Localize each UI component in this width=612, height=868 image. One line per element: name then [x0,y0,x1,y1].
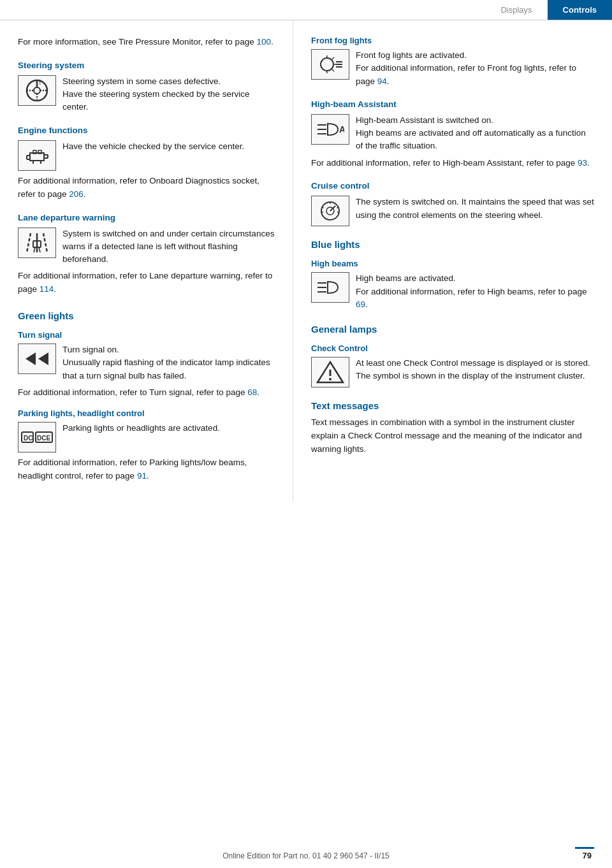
engine-functions-row: Have the vehicle checked by the service … [18,140,275,171]
parking-suffix: . [147,471,149,481]
lane-suffix: . [54,284,56,294]
high-beam-assistant-title: High-beam Assistant [311,99,594,109]
parking-lights-row: DC DCE Parking lights or headlights are … [18,422,275,452]
hba-suffix: . [587,158,590,168]
high-beams-row: High beams are activated. For additional… [311,272,594,311]
steering-system-row: ! Steering system in some cases defectiv… [18,75,275,114]
check-control-icon [311,357,349,387]
steering-warning-icon: ! [18,75,56,106]
high-beams-subtitle: High beams [311,259,594,268]
parking-lights-text: Parking lights or headlights are activat… [62,422,275,435]
parking-line1: Parking lights or headlights are activat… [62,423,220,433]
engine-line1: Have the vehicle checked by the service … [62,141,244,151]
engine-suffix: . [84,189,86,199]
steering-line2: Have the steering system checked by the … [62,89,249,112]
text-messages-title: Text messages [311,400,594,411]
text-messages-body: Text messages in combination with a symb… [311,416,594,456]
fog-link[interactable]: 94 [377,76,387,86]
svg-marker-24 [26,352,36,365]
svg-text:DC: DC [24,435,33,442]
turn-signal-row: Turn signal on. Unusually rapid flashing… [18,344,275,382]
cruise-control-row: The system is switched on. It maintains … [311,196,594,226]
cc-line1: At least one Check Control message is di… [356,358,590,380]
svg-line-32 [332,57,334,59]
engine-line2: For additional information, refer to Onb… [18,176,259,199]
turn-link[interactable]: 68 [247,387,257,397]
svg-line-23 [39,247,40,252]
lane-departure-row: System is switched on and under certain … [18,228,275,266]
turn-line1: Turn signal on. [62,345,119,354]
svg-rect-8 [33,150,36,154]
engine-functions-text: Have the vehicle checked by the service … [62,140,275,153]
tab-displays[interactable]: Displays [485,0,547,20]
turn-signal-subtitle: Turn signal [18,330,275,340]
hba-extra-text: For additional information, refer to Hig… [311,157,594,170]
svg-point-56 [329,378,332,380]
fog-suffix: . [387,76,390,86]
svg-point-1 [34,87,40,94]
engine-functions-title: Engine functions [18,126,275,135]
svg-line-18 [27,233,31,252]
engine-icon [18,140,56,171]
hb-line1: High beams are activated. [356,273,456,283]
svg-line-45 [330,206,335,211]
tab-controls-label: Controls [563,5,597,15]
check-control-row: At least one Check Control message is di… [311,357,594,387]
intro-link[interactable]: 100 [256,37,271,47]
cruise-control-text: The system is switched on. It maintains … [356,196,594,222]
svg-rect-7 [30,153,44,161]
lane-departure-icon [18,228,56,258]
green-lights-title: Green lights [18,310,275,321]
intro-text: For more information, see Tire Pressure … [18,37,256,47]
tab-controls[interactable]: Controls [548,0,612,20]
cruise-line1: The system is switched on. It maintains … [356,197,594,219]
engine-extra-text: For additional information, refer to Onb… [18,175,275,201]
hba-line2: High beams are activated and off automat… [356,128,586,150]
parking-line2: For additional information, refer to Par… [18,458,247,481]
high-beams-text: High beams are activated. For additional… [356,272,594,311]
high-beam-assistant-row: A High-beam Assistant is switched on. Hi… [311,114,594,153]
lane-link[interactable]: 114 [40,284,54,294]
parking-link[interactable]: 91 [137,471,147,481]
svg-text:A: A [339,124,344,134]
front-fog-text: Front fog lights are activated. For addi… [356,49,594,88]
high-beams-icon [311,272,349,303]
fog-line1: Front fog lights are activated. [356,50,467,60]
turn-line3: For additional information, refer to Tur… [18,387,247,397]
hba-line1: High-beam Assistant is switched on. [356,115,493,125]
hba-line3: For additional information, refer to Hig… [311,158,578,168]
intro-suffix: . [271,37,273,47]
parking-lights-icon: DC DCE [18,422,56,452]
svg-text:!: ! [39,79,41,86]
front-fog-row: Front fog lights are activated. For addi… [311,49,594,88]
check-control-subtitle: Check Control [311,344,594,353]
footer: Online Edition for Part no. 01 40 2 960 … [0,851,612,860]
cruise-control-icon [311,196,349,226]
steering-system-title: Steering system [18,61,275,70]
high-beam-assistant-text: High-beam Assistant is switched on. High… [356,114,594,153]
turn-suffix: . [257,387,259,397]
svg-line-20 [43,233,47,252]
turn-signal-icon [18,344,56,374]
svg-point-30 [321,58,333,71]
engine-link[interactable]: 206 [69,189,84,199]
page-header: Displays Controls [0,0,612,20]
hb-line2: For additional information, refer to Hig… [356,287,586,296]
general-lamps-title: General lamps [311,324,594,335]
parking-extra-text: For additional information, refer to Par… [18,456,275,483]
hb-suffix: . [365,300,368,309]
high-beam-assistant-icon: A [311,114,349,145]
intro-paragraph: For more information, see Tire Pressure … [18,36,275,49]
hb-link[interactable]: 69 [356,300,365,309]
turn-extra-text: For additional information, refer to Tur… [18,386,275,400]
right-column: Front fog lights Front fog [293,20,612,502]
hba-link[interactable]: 93 [578,158,587,168]
svg-rect-9 [38,150,41,154]
lane-extra-text: For additional information, refer to Lan… [18,270,275,296]
main-content: For more information, see Tire Pressure … [0,20,612,502]
footer-text: Online Edition for Part no. 01 40 2 960 … [222,851,390,860]
lane-line1: System is switched on and under certain … [62,229,274,264]
steering-system-text: Steering system in some cases defective.… [62,75,275,114]
page-number: 79 [575,847,594,860]
left-column: For more information, see Tire Pressure … [0,20,293,502]
